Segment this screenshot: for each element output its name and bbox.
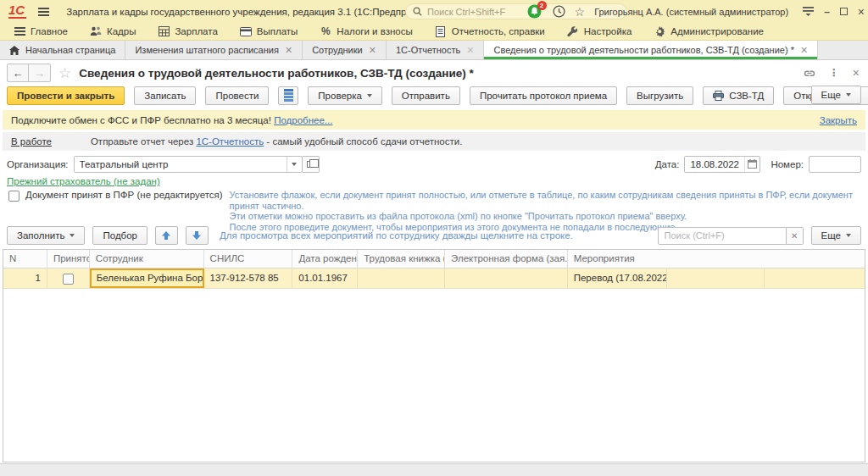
column-header-electronic-form[interactable]: Электронная форма (зая...: [445, 250, 568, 268]
notifications-icon[interactable]: 2: [527, 4, 543, 19]
post-button[interactable]: Провести: [205, 86, 269, 105]
menu-item-settings[interactable]: Настройка: [567, 25, 632, 37]
close-window-icon[interactable]: ×: [858, 7, 865, 17]
tab-label: 1С-Отчетность: [396, 45, 460, 55]
collapse-ribbon-icon[interactable]: [803, 7, 814, 16]
column-header-events[interactable]: Мероприятия: [568, 250, 865, 268]
menu-item-taxes[interactable]: % Налоги и взносы: [320, 25, 412, 37]
table-more-button[interactable]: Еще: [811, 226, 861, 245]
menu-item-label: Выплаты: [257, 26, 298, 36]
notifications-badge: 2: [537, 1, 547, 10]
more-vert-icon[interactable]: ⋮: [829, 67, 839, 79]
close-tab-icon[interactable]: ✕: [466, 45, 474, 56]
table-row[interactable]: 1 Беленькая Руфина Бори... 137-912-578 8…: [3, 268, 865, 289]
column-header-accepted[interactable]: Принято: [47, 250, 90, 268]
read-protocol-button[interactable]: Прочитать протокол приема: [470, 86, 617, 105]
close-tab-icon[interactable]: ✕: [285, 45, 292, 56]
previous-insurer-link[interactable]: Прежний страхователь (не задан): [7, 176, 160, 186]
card-icon: [240, 25, 252, 37]
table-search-input[interactable]: [658, 227, 787, 245]
tab-1c-reporting[interactable]: 1С-Отчетность ✕: [387, 41, 485, 59]
related-documents-button[interactable]: [278, 86, 298, 105]
cell-events-extra[interactable]: [667, 268, 765, 288]
cell-events-extra[interactable]: [765, 268, 865, 288]
promo-notice-bar: Подключите обмен с ФСС и ПФР бесплатно н…: [3, 110, 865, 130]
notice-details-link[interactable]: Подробнее...: [274, 115, 332, 125]
forward-icon[interactable]: →: [29, 64, 50, 81]
accepted-checkbox-label[interactable]: Документ принят в ПФР (не редактируется): [25, 190, 223, 200]
column-header-workbook[interactable]: Трудовая книжка (зая...: [358, 250, 445, 268]
tab-employees[interactable]: Сотрудники ✕: [303, 41, 387, 59]
org-dropdown-icon[interactable]: [287, 157, 302, 172]
calendar-icon[interactable]: [744, 157, 760, 172]
favorites-icon[interactable]: ☆: [575, 5, 586, 19]
menu-item-payments[interactable]: Выплаты: [240, 25, 298, 37]
post-and-close-button[interactable]: Провести и закрыть: [7, 86, 125, 105]
cell-employee-selected[interactable]: Беленькая Руфина Бори...: [90, 268, 204, 288]
open-windows-tabbar: Начальная страница Изменения штатного ра…: [0, 41, 868, 60]
print-szvtd-label: СЗВ-ТД: [729, 91, 764, 101]
menu-item-label: Кадры: [107, 26, 136, 36]
minimize-icon[interactable]: –: [824, 7, 830, 17]
column-header-snils[interactable]: СНИЛС: [204, 250, 293, 268]
menu-item-main[interactable]: Главное: [14, 25, 68, 37]
menu-item-reports[interactable]: Отчетность, справки: [435, 25, 545, 37]
tab-label: Сотрудники: [312, 45, 363, 55]
column-header-birthdate[interactable]: Дата рождения: [292, 250, 358, 268]
cell-events[interactable]: Перевод (17.08.2022): [568, 268, 668, 288]
close-tab-icon[interactable]: ✕: [800, 45, 808, 56]
document-status-bar: В работе Отправьте отчет через 1С-Отчетн…: [3, 132, 865, 151]
clear-search-icon[interactable]: ✕: [787, 227, 804, 245]
toolbar-more-button[interactable]: Еще: [811, 86, 861, 104]
menu-item-hr[interactable]: Кадры: [90, 25, 136, 37]
accepted-checkbox[interactable]: [8, 191, 19, 202]
cell-workbook[interactable]: [358, 268, 445, 288]
number-input[interactable]: [809, 156, 861, 173]
menu-item-administration[interactable]: Администрирование: [654, 25, 764, 37]
row-accepted-checkbox[interactable]: [63, 274, 74, 285]
get-link-icon[interactable]: [804, 69, 815, 77]
save-button[interactable]: Записать: [134, 86, 196, 105]
chevron-down-icon: [846, 93, 851, 97]
employees-grid: N Принято Сотрудник СНИЛС Дата рождения …: [3, 249, 865, 462]
move-up-button[interactable]: [155, 226, 178, 245]
close-form-icon[interactable]: ×: [853, 66, 860, 80]
tab-staffing-changes[interactable]: Изменения штатного расписания ✕: [125, 41, 303, 59]
print-szvtd-button[interactable]: СЗВ-ТД: [703, 86, 774, 105]
favorite-star-icon[interactable]: ☆: [58, 64, 71, 82]
main-menu-icon[interactable]: [38, 8, 49, 16]
date-input[interactable]: [685, 157, 744, 172]
tab-home[interactable]: Начальная страница: [0, 41, 125, 59]
cell-electronic-form[interactable]: [445, 268, 568, 288]
history-icon[interactable]: [553, 5, 565, 18]
1c-reporting-link[interactable]: 1С-Отчетность: [196, 136, 264, 147]
send-button[interactable]: Отправить: [392, 86, 460, 105]
notice-close-link[interactable]: Закрыть: [820, 115, 857, 125]
menu-lines-icon: [14, 25, 25, 37]
back-icon[interactable]: ←: [8, 64, 29, 81]
cell-snils[interactable]: 137-912-578 85: [204, 268, 293, 288]
org-input[interactable]: [75, 157, 287, 172]
column-header-n[interactable]: N: [3, 250, 47, 268]
status-badge[interactable]: В работе: [11, 136, 52, 147]
date-label: Дата:: [655, 159, 680, 169]
check-dropdown-button[interactable]: Проверка: [308, 86, 382, 105]
unload-button[interactable]: Выгрузить: [626, 86, 693, 105]
cell-birthdate[interactable]: 01.01.1967: [292, 268, 358, 288]
cell-row-number[interactable]: 1: [3, 268, 47, 288]
column-header-employee[interactable]: Сотрудник: [90, 250, 204, 268]
org-row: Организация: Дата: Номер:: [7, 155, 861, 173]
restore-icon[interactable]: [840, 8, 848, 15]
printer-icon: [713, 91, 724, 101]
org-open-button[interactable]: [303, 156, 320, 173]
cell-accepted[interactable]: [47, 268, 90, 288]
current-user[interactable]: Григорьянц А.А. (системный администратор…: [594, 7, 788, 17]
menu-item-label: Главное: [31, 26, 68, 36]
move-down-button[interactable]: [186, 226, 209, 245]
pick-button[interactable]: Подбор: [92, 226, 147, 245]
tab-szvtd-document[interactable]: Сведения о трудовой деятельности работни…: [484, 41, 818, 59]
fill-dropdown-button[interactable]: Заполнить: [7, 226, 85, 245]
table-more-label: Еще: [821, 230, 841, 241]
close-tab-icon[interactable]: ✕: [369, 45, 376, 56]
menu-item-salary[interactable]: Зарплата: [158, 25, 217, 37]
